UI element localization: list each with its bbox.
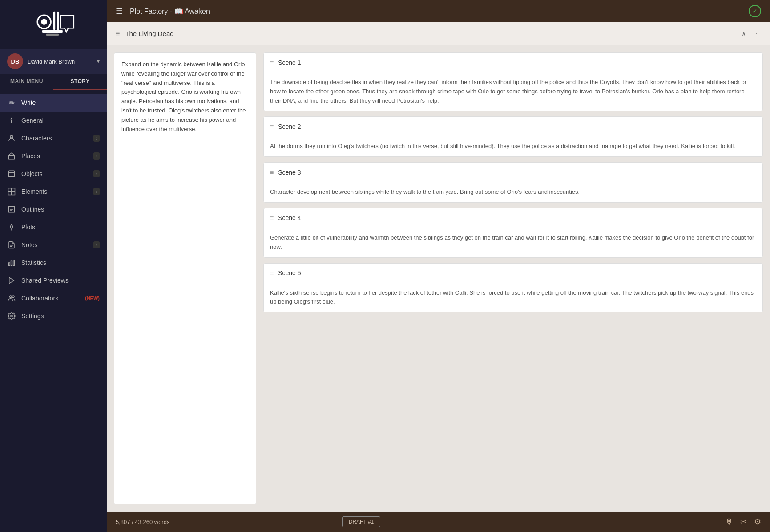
tools-icon[interactable]: ✂: [740, 517, 747, 527]
svg-point-27: [11, 315, 13, 317]
episode-controls: ∧ ⋮: [740, 28, 761, 39]
user-chevron-icon: ▾: [97, 58, 100, 64]
svg-rect-21: [8, 263, 10, 266]
info-icon: ℹ: [7, 116, 16, 125]
scene-card: ≡ Scene 1 ⋮ The downside of being dead s…: [263, 52, 763, 111]
content-area: ≡ The Living Dead ∧ ⋮ Expand on the dyna…: [107, 22, 770, 512]
sync-check-icon: ✓: [749, 5, 761, 17]
sidebar: DB David Mark Brown ▾ MAIN MENU STORY ✏ …: [0, 0, 107, 532]
statistics-icon: [7, 258, 16, 267]
shared-previews-icon: [7, 276, 16, 285]
tab-main-menu[interactable]: MAIN MENU: [0, 74, 53, 90]
sidebar-item-write[interactable]: ✏ Write: [0, 94, 107, 112]
sidebar-item-label: Collaborators: [21, 295, 78, 302]
scene-title: Scene 4: [278, 214, 739, 221]
sidebar-item-general[interactable]: ℹ General: [0, 112, 107, 129]
user-name: David Mark Brown: [28, 58, 93, 65]
sidebar-item-label: Outlines: [21, 206, 100, 213]
episode-content: Expand on the dynamic between Kallie and…: [107, 45, 770, 512]
sidebar-navigation: ✏ Write ℹ General Characters › Places ›: [0, 90, 107, 532]
microphone-icon[interactable]: 🎙: [725, 517, 733, 527]
logo-area: [0, 0, 107, 49]
svg-rect-2: [53, 12, 55, 30]
outlines-icon: [7, 205, 16, 214]
scene-title: Scene 3: [278, 169, 739, 176]
scene-menu-button[interactable]: ⋮: [744, 213, 756, 223]
episode-menu-button[interactable]: ⋮: [751, 28, 761, 39]
scene-card: ≡ Scene 2 ⋮ At the dorms they run into O…: [263, 116, 763, 157]
word-count: 5,807 / 43,260 words: [116, 519, 169, 525]
scene-menu-button[interactable]: ⋮: [744, 121, 756, 132]
settings-icon: [7, 312, 16, 320]
scene-menu-button[interactable]: ⋮: [744, 268, 756, 278]
sidebar-item-label: Notes: [21, 241, 88, 248]
characters-icon: [7, 134, 16, 143]
scene-body: At the dorms they run into Oleg's twitch…: [264, 136, 762, 156]
drag-handle-icon: ≡: [116, 30, 120, 38]
sidebar-item-characters[interactable]: Characters ›: [0, 129, 107, 147]
scene-menu-button[interactable]: ⋮: [744, 57, 756, 68]
sidebar-item-label: Settings: [21, 312, 100, 320]
sidebar-item-places[interactable]: Places ›: [0, 147, 107, 165]
hamburger-icon[interactable]: ☰: [116, 6, 123, 16]
sidebar-item-elements[interactable]: Elements ›: [0, 183, 107, 200]
sidebar-item-label: Shared Previews: [21, 277, 100, 284]
bottombar: 5,807 / 43,260 words DRAFT #1 🎙 ✂ ⚙: [107, 512, 770, 532]
draft-badge[interactable]: DRAFT #1: [342, 516, 380, 527]
chevron-right-icon: ›: [93, 135, 100, 142]
synopsis-text: Expand on the dynamic between Kallie and…: [121, 60, 249, 134]
sidebar-item-label: Statistics: [21, 259, 100, 266]
sidebar-item-shared-previews[interactable]: Shared Previews: [0, 272, 107, 289]
svg-rect-4: [42, 30, 63, 33]
sidebar-item-label: Elements: [21, 188, 88, 195]
scene-header: ≡ Scene 2 ⋮: [264, 117, 762, 136]
svg-point-6: [10, 135, 13, 138]
app-logo: [31, 7, 76, 42]
collaborators-icon: [7, 294, 16, 303]
sidebar-item-objects[interactable]: Objects ›: [0, 165, 107, 183]
scene-card: ≡ Scene 3 ⋮ Character development betwee…: [263, 162, 763, 203]
scene-header: ≡ Scene 4 ⋮: [264, 208, 762, 228]
scene-card: ≡ Scene 4 ⋮ Generate a little bit of vul…: [263, 208, 763, 258]
sidebar-item-label: Characters: [21, 135, 88, 142]
svg-rect-7: [8, 156, 15, 159]
notes-icon: [7, 240, 16, 249]
sidebar-item-outlines[interactable]: Outlines: [0, 200, 107, 218]
scene-drag-handle-icon: ≡: [270, 123, 274, 130]
sidebar-item-plots[interactable]: Plots: [0, 218, 107, 236]
avatar: DB: [7, 53, 23, 69]
episode-collapse-button[interactable]: ∧: [740, 28, 748, 39]
user-area[interactable]: DB David Mark Brown ▾: [0, 49, 107, 74]
svg-rect-3: [57, 12, 59, 30]
nav-tabs: MAIN MENU STORY: [0, 74, 107, 90]
sidebar-item-label: General: [21, 117, 100, 124]
scene-title: Scene 5: [278, 269, 739, 276]
svg-marker-24: [9, 277, 14, 284]
scene-title: Scene 2: [278, 123, 739, 130]
elements-icon: [7, 187, 16, 196]
svg-rect-5: [46, 34, 59, 36]
scene-header: ≡ Scene 1 ⋮: [264, 53, 762, 72]
topbar: ☰ Plot Factory - 📖 Awaken ✓: [107, 0, 770, 22]
scene-header: ≡ Scene 3 ⋮: [264, 163, 762, 182]
sidebar-item-notes[interactable]: Notes ›: [0, 236, 107, 254]
write-icon: ✏: [7, 98, 16, 107]
places-icon: [7, 152, 16, 160]
chevron-right-icon: ›: [93, 170, 100, 177]
sidebar-item-label: Objects: [21, 170, 88, 177]
bottombar-settings-icon[interactable]: ⚙: [754, 517, 761, 527]
sidebar-item-label: Places: [21, 152, 88, 160]
new-badge: (NEW): [85, 296, 100, 301]
tab-story[interactable]: STORY: [53, 74, 107, 90]
sidebar-item-settings[interactable]: Settings: [0, 307, 107, 325]
sidebar-item-collaborators[interactable]: Collaborators (NEW): [0, 289, 107, 307]
scene-body: Kallie's sixth sense begins to return to…: [264, 283, 762, 312]
main-content: ☰ Plot Factory - 📖 Awaken ✓ ≡ The Living…: [107, 0, 770, 532]
scene-text: The downside of being dead settles in wh…: [270, 78, 756, 105]
sidebar-item-statistics[interactable]: Statistics: [0, 254, 107, 272]
plots-icon: [7, 223, 16, 232]
sidebar-item-label: Write: [21, 99, 100, 106]
scene-body: Generate a little bit of vulnerability a…: [264, 228, 762, 257]
scene-menu-button[interactable]: ⋮: [744, 167, 756, 177]
scene-text: At the dorms they run into Oleg's twitch…: [270, 142, 756, 151]
